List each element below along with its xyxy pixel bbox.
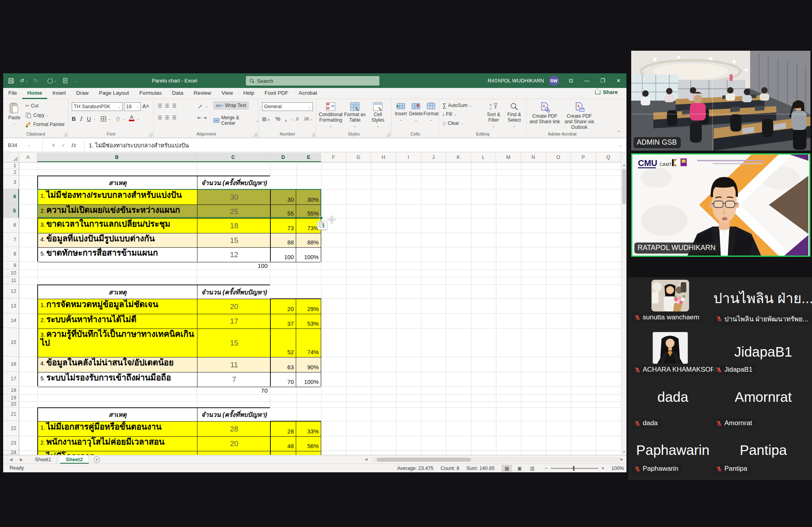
cancel-entry-icon[interactable]: ✕ [52,142,56,148]
row-header-11[interactable]: 11 [3,277,19,285]
column-header-L[interactable]: L [471,153,496,162]
column-header-H[interactable]: H [371,153,396,162]
table-cell-count[interactable]: 20 [197,437,271,451]
ribbon-tab-home[interactable]: Home [22,88,48,99]
ribbon-tab-data[interactable]: Data [167,88,189,99]
vertical-scroll-thumb[interactable] [622,169,626,204]
table-cell-count[interactable]: 12 [197,248,271,262]
close-button[interactable]: ✕ [611,73,626,88]
number-format-select[interactable]: General⌄ [262,102,313,111]
sheet-tab-sheet1[interactable]: Sheet1 [29,455,57,464]
table-cell-percent[interactable] [296,451,321,455]
underline-caret[interactable]: ⌄ [93,117,96,121]
column-header-P[interactable]: P [571,153,596,162]
table-cell-percent[interactable]: 90% [296,357,321,372]
table-cell-cumulative[interactable]: 28 [271,422,296,437]
table-cell-count[interactable]: 18 [197,219,271,233]
column-header-N[interactable]: N [521,153,546,162]
delete-cells-button[interactable]: Delete⌄ [408,102,423,122]
table-cell-cause[interactable]: 5.ระบบไม่รองรับการเข้าถึงผ่านมือถือ [38,372,197,387]
decrease-decimal-button[interactable]: .00→ [303,117,313,121]
row-header-13[interactable]: 13 [3,298,19,313]
touch-mode-button[interactable]: ◯⌄ [47,78,57,84]
clear-button[interactable]: ◇Clear⌄ [442,120,463,126]
insert-function-button[interactable]: fx [71,142,76,148]
ribbon-tab-acrobat[interactable]: Acrobat [293,88,322,99]
row-header-6[interactable]: 6 [3,218,19,233]
fill-button[interactable]: ⤓Fill⌄ [442,111,456,117]
find-select-button[interactable]: Find & Select⌄ [504,102,524,128]
row-header-15[interactable]: 15 [3,328,19,357]
ribbon-tab-formulas[interactable]: Formulas [134,88,167,99]
clipboard-dialog-launcher[interactable] [63,132,67,136]
ribbon-tab-help[interactable]: Help [238,88,259,99]
row-header-24[interactable]: 24 [3,451,19,455]
row-header-16[interactable]: 16 [3,357,19,372]
table-cell-cumulative[interactable]: 100 [271,248,296,262]
column-header-K[interactable]: K [446,153,471,162]
table-cell-percent[interactable]: 53% [296,314,321,329]
font-name-select[interactable]: TH SarabunPSK⌄ [72,102,123,111]
table-cell-cumulative[interactable]: 73 [271,219,296,233]
row-header-8[interactable]: 8 [3,247,19,262]
ribbon-tab-review[interactable]: Review [188,88,216,99]
row-header-19[interactable]: 19 [3,394,19,401]
name-box[interactable]: B34⌄ [3,139,43,152]
table-cell-cause[interactable]: 4.ข้อมูลที่แบ่งปันมีรูปแบบต่างกัน [38,233,197,248]
row-header-20[interactable]: 20 [3,401,19,407]
confirm-entry-icon[interactable]: ✓ [61,142,65,148]
scroll-down-arrow[interactable]: ▼ [621,449,626,455]
row-header-5[interactable]: 5 [3,204,19,218]
column-header-M[interactable]: M [496,153,521,162]
quick-analysis-button[interactable] [317,221,327,230]
copy-button[interactable]: Copy⌄ [25,112,49,118]
table-cell-count[interactable]: 20 [197,299,271,314]
zoom-slider[interactable] [551,468,598,469]
formula-content[interactable]: 1. ไม่มีช่องทาง/ระบบกลางสำหรับแบ่งปัน [85,141,615,150]
styles-dialog-launcher[interactable] [386,132,390,136]
table-cell-cause[interactable]: 4.ข้อมูลในคลังไม่น่าสนใจ/อัปเดตน้อย [38,357,197,372]
redo-button[interactable]: ↻⌄ [33,78,41,84]
column-header-O[interactable]: O [546,153,571,162]
fill-color-button[interactable]: ⌄ [115,116,125,122]
table-cell-cumulative[interactable]: 63 [271,357,296,372]
select-all-corner[interactable] [3,153,19,162]
table-cell-count[interactable]: 15 [197,233,271,248]
format-painter-button[interactable]: Format Painter [25,121,65,128]
autosum-button[interactable]: ∑AutoSum⌄ [442,102,472,109]
table-cell-count[interactable]: 11 [197,357,271,372]
insert-cells-button[interactable]: Insert⌄ [393,102,408,122]
table-cell-count[interactable]: 25 [197,205,271,219]
font-size-select[interactable]: 18⌄ [124,102,141,111]
bold-button[interactable]: B [72,116,76,122]
table-cell-percent[interactable]: 56% [296,437,321,451]
avatar[interactable]: RW [549,76,559,86]
table-cell-cumulative[interactable]: 48 [271,437,296,451]
increase-decimal-button[interactable]: ←.0 [291,117,299,121]
table-cell-cumulative[interactable]: 30 [271,190,296,205]
share-button[interactable]: Share [595,89,618,95]
indent-buttons[interactable]: ⇤ ⇥ [197,115,207,120]
save-icon[interactable] [8,78,14,84]
ribbon-tab-file[interactable]: File [3,88,22,99]
horizontal-scroll-thumb[interactable] [377,458,471,462]
hscroll-right-arrow[interactable]: ▶ [620,457,623,461]
zoom-out-button[interactable]: − [544,466,547,471]
table-cell-cause[interactable]: 3.ความรู้ที่บันทึกไว้เป็นภาษาทางเทคนิคเก… [38,329,197,357]
print-preview-icon[interactable] [62,78,69,84]
row-header-3[interactable]: 3 [3,176,19,189]
create-pdf-share-outlook-button[interactable]: A Create PDF and Share via Outlook [562,102,596,130]
column-header-Q[interactable]: Q [596,153,621,162]
column-header-F[interactable]: F [321,153,346,162]
table-cell-percent[interactable]: 100% [296,248,321,262]
row-header-22[interactable]: 22 [3,421,19,436]
borders-button[interactable]: ⌄ [100,116,111,122]
table-cell-count[interactable]: 28 [197,422,271,437]
active-speaker-tile[interactable]: CMU CAMT RATAPOL WUDHIKARN [631,153,810,257]
table-cell-percent[interactable]: 100% [296,372,321,387]
table-cell-count[interactable]: 17 [197,314,271,329]
column-header-G[interactable]: G [346,153,371,162]
fill-handle[interactable] [320,216,323,220]
ribbon-display-options-button[interactable]: ⊡ [563,73,579,88]
column-header-E[interactable]: E [297,153,321,162]
